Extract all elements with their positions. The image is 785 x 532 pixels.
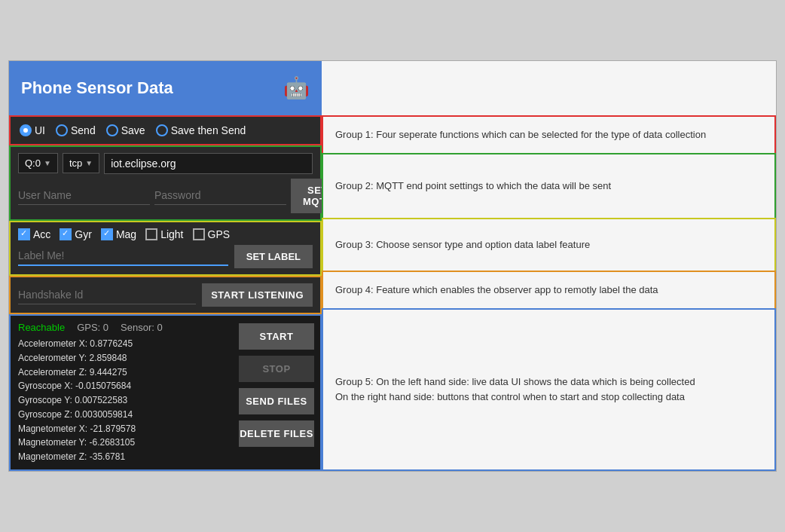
checkbox-acc[interactable]: Acc [18,228,50,240]
data-display: Reachable GPS: 0 Sensor: 0 Accelerometer… [11,316,233,469]
group4-handshake-panel: START LISTENING [9,276,322,314]
radio-ui-circle [20,124,32,136]
checkbox-gps-label: GPS [208,228,231,240]
data-line-0: Accelerometer X: 0.8776245 [18,338,225,350]
data-line-6: Magnetometer X: -21.879578 [18,423,225,436]
radio-send[interactable]: Send [56,124,96,136]
group2-mqtt-panel: Q:0 ▼ tcp ▼ SET MQTT [9,145,322,221]
protocol-dropdown[interactable]: tcp ▼ [63,153,99,173]
start-button[interactable]: START [239,323,314,350]
radio-save-then-send-label: Save then Send [171,124,246,136]
desc-group4: Group 4: Feature which enables the obser… [322,271,776,310]
data-line-8: Magnetometer Z: -35.6781 [18,451,225,463]
checkbox-acc-box [18,228,30,240]
set-label-button[interactable]: SET LABEL [234,245,313,268]
data-line-7: Magnetometer Y: -6.2683105 [18,436,225,449]
sensor-row: Acc Gyr Mag Light GPS [18,228,313,240]
handshake-input[interactable] [18,286,196,304]
desc-header-spacer [322,61,776,115]
status-reachable: Reachable [18,322,65,333]
checkbox-acc-label: Acc [33,228,50,240]
radio-ui-label: UI [35,124,45,136]
protocol-dropdown-arrow: ▼ [85,159,93,167]
send-files-button[interactable]: SEND FILES [239,388,314,414]
group1-radio-panel: UI Send Save Save then Send [9,115,322,145]
radio-save[interactable]: Save [106,124,145,136]
desc-group5-line1: Group 5: On the left hand side: live dat… [335,375,695,390]
username-input[interactable] [18,186,150,205]
mqtt-row1: Q:0 ▼ tcp ▼ [18,153,313,174]
desc-group2: Group 2: MQTT end point settings to whic… [322,153,776,219]
qos-dropdown[interactable]: Q:0 ▼ [18,153,58,173]
desc-group5: Group 5: On the left hand side: live dat… [322,308,776,471]
checkbox-light-label: Light [160,228,183,240]
checkbox-gps-box [193,228,205,240]
radio-ui[interactable]: UI [20,124,45,136]
checkbox-mag-label: Mag [116,228,136,240]
data-line-1: Accelerometer Y: 2.859848 [18,352,225,365]
group3-sensor-panel: Acc Gyr Mag Light GPS [9,221,322,276]
data-line-3: Gyroscope X: -0.015075684 [18,380,225,393]
phone-header: Phone Sensor Data 🤖 [9,61,322,115]
checkbox-gyr-label: Gyr [75,228,92,240]
checkbox-mag[interactable]: Mag [101,228,136,240]
radio-save-label: Save [121,124,145,136]
data-line-2: Accelerometer Z: 9.444275 [18,366,225,379]
status-sensor: Sensor: 0 [121,322,163,333]
protocol-value: tcp [69,157,82,169]
desc-group1: Group 1: Four seperate functions which c… [322,115,776,154]
mqtt-endpoint-input[interactable] [104,153,313,174]
label-input[interactable] [18,246,228,266]
label-row: SET LABEL [18,245,313,268]
checkbox-gps[interactable]: GPS [193,228,231,240]
radio-save-circle [106,124,118,136]
qos-dropdown-arrow: ▼ [44,159,51,167]
status-gps: GPS: 0 [77,322,108,333]
phone-panel: Phone Sensor Data 🤖 UI Send Save Save th… [9,61,322,471]
desc-group2-text: Group 2: MQTT end point settings to whic… [335,179,611,194]
group5-data-panel: Reachable GPS: 0 Sensor: 0 Accelerometer… [9,314,322,471]
android-icon: 🤖 [283,75,310,100]
radio-save-then-send[interactable]: Save then Send [156,124,246,136]
password-input[interactable] [154,186,286,205]
checkbox-light-box [145,228,157,240]
data-buttons: START STOP SEND FILES DELETE FILES [233,316,320,469]
checkbox-gyr[interactable]: Gyr [60,228,92,240]
desc-group3: Group 3: Choose sensor type and option d… [322,218,776,272]
radio-save-then-send-circle [156,124,168,136]
desc-group1-text: Group 1: Four seperate functions which c… [335,127,706,142]
desc-group4-text: Group 4: Feature which enables the obser… [335,283,658,298]
status-row: Reachable GPS: 0 Sensor: 0 [18,322,225,333]
qos-value: Q:0 [25,157,41,169]
checkbox-mag-box [101,228,113,240]
app-title: Phone Sensor Data [21,78,173,98]
data-line-4: Gyroscope Y: 0.007522583 [18,394,225,407]
checkbox-gyr-box [60,228,72,240]
app-container: Phone Sensor Data 🤖 UI Send Save Save th… [8,60,777,472]
desc-group3-text: Group 3: Choose sensor type and option d… [335,237,590,252]
radio-send-circle [56,124,68,136]
delete-files-button[interactable]: DELETE FILES [239,420,314,447]
checkbox-light[interactable]: Light [145,228,183,240]
mqtt-row2: SET MQTT [18,179,313,213]
data-line-5: Gyroscope Z: 0.0030059814 [18,408,225,421]
desc-panel: Group 1: Four seperate functions which c… [322,61,776,471]
desc-group5-line2: On the right hand side: buttons that con… [335,390,685,405]
stop-button[interactable]: STOP [239,356,314,382]
start-listening-button[interactable]: START LISTENING [202,283,313,307]
radio-send-label: Send [71,124,96,136]
